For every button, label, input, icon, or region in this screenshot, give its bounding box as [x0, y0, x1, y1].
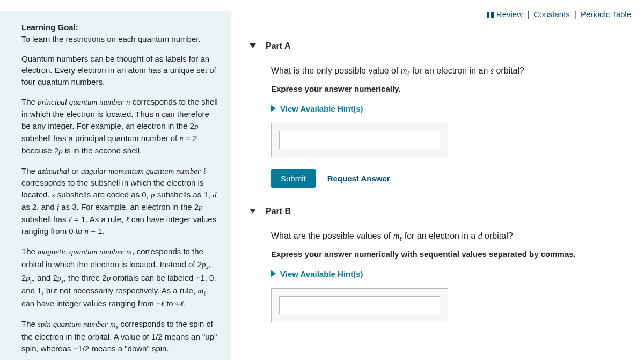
constants-link[interactable]: Constants [533, 10, 570, 19]
part-a-header[interactable]: Part A [250, 41, 631, 51]
collapse-icon[interactable] [250, 209, 256, 214]
part-b-instruction: Express your answer numerically with seq… [271, 249, 631, 259]
expand-icon [271, 105, 276, 112]
part-b-title: Part B [266, 207, 291, 216]
part-b-hints-toggle[interactable]: View Available Hint(s) [271, 269, 631, 278]
magnetic-paragraph: The magnetic quantum number mℓ correspon… [21, 246, 219, 310]
question-panel: Review | Constants | Periodic Table Part… [231, 0, 644, 360]
learning-goal-text: To learn the restrictions on each quantu… [21, 34, 201, 43]
part-a-actions: Submit Request Answer [271, 169, 631, 188]
request-answer-link[interactable]: Request Answer [327, 174, 390, 183]
learning-goal-label: Learning Goal: [21, 23, 78, 32]
part-b-header[interactable]: Part B [250, 207, 631, 216]
intro-paragraph: Quantum numbers can be thought of as lab… [21, 53, 219, 88]
periodic-table-link[interactable]: Periodic Table [581, 10, 631, 19]
part-a-title: Part A [266, 41, 291, 51]
svg-rect-0 [487, 12, 489, 18]
part-a-answer-input[interactable] [279, 131, 440, 149]
pause-icon [487, 11, 494, 20]
top-links: Review | Constants | Periodic Table [244, 10, 631, 20]
part-b-body: What are the possible values of mℓ for a… [271, 231, 631, 322]
part-a-body: What is the only possible value of mℓ fo… [271, 66, 631, 188]
part-a-hints-toggle[interactable]: View Available Hint(s) [271, 104, 631, 113]
principal-paragraph: The principal quantum number n correspon… [21, 96, 219, 157]
collapse-icon[interactable] [250, 43, 256, 48]
svg-rect-1 [491, 12, 494, 18]
submit-button[interactable]: Submit [271, 169, 316, 188]
part-a-question: What is the only possible value of mℓ fo… [271, 66, 631, 78]
part-a-answer-wrap [271, 123, 448, 157]
azimuthal-paragraph: The azimuthal or angular momentum quantu… [21, 165, 219, 238]
learning-goal: Learning Goal: To learn the restrictions… [21, 21, 219, 45]
hints-label: View Available Hint(s) [280, 104, 363, 113]
part-b-answer-input[interactable] [279, 296, 440, 314]
hints-label: View Available Hint(s) [280, 269, 363, 278]
expand-icon [271, 270, 276, 277]
learning-goal-panel: Learning Goal: To learn the restrictions… [0, 11, 231, 360]
part-b-answer-wrap [271, 288, 448, 322]
part-a-instruction: Express your answer numerically. [271, 84, 631, 93]
spin-paragraph: The spin quantum number ms corresponds t… [21, 318, 219, 355]
review-link[interactable]: Review [496, 10, 523, 19]
part-b-question: What are the possible values of mℓ for a… [271, 231, 631, 243]
